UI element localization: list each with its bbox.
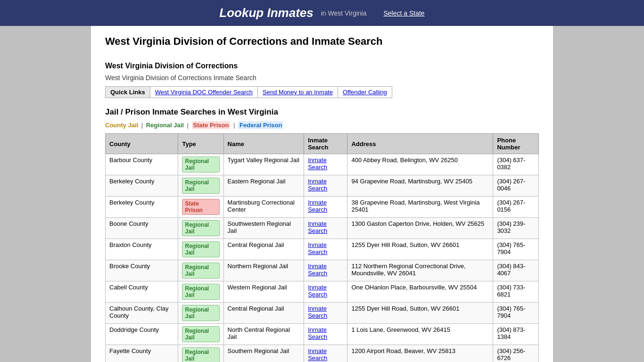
cell-type: Regional Jail [178, 218, 223, 239]
inmate-table: County Type Name Inmate Search Address P… [105, 133, 539, 362]
cell-address: 1200 Airport Road, Beaver, WV 25813 [347, 345, 493, 362]
col-name: Name [223, 134, 304, 154]
select-state-link[interactable]: Select a State [383, 9, 424, 17]
legend-state: State Prison [192, 121, 231, 129]
table-row: Berkeley County Regional Jail Eastern Re… [106, 175, 539, 197]
legend-federal: Federal Prison [238, 121, 283, 129]
doc-section-title: West Virginia Division of Corrections [105, 62, 539, 70]
cell-address: 38 Grapevine Road, Martinsburg, West Vir… [347, 197, 493, 218]
table-row: Barbour County Regional Jail Tygart Vall… [106, 154, 539, 175]
cell-phone: (304) 765-7904 [493, 303, 539, 324]
cell-phone: (304) 267-0046 [493, 175, 539, 197]
col-phone: Phone Number [493, 134, 539, 154]
cell-county: Cabell County [106, 281, 178, 303]
cell-name: Southern Regional Jail [223, 345, 304, 362]
table-row: Boone County Regional Jail Southwestern … [106, 218, 539, 239]
table-row: Cabell County Regional Jail Western Regi… [106, 281, 539, 303]
cell-address: 1 Lois Lane, Greenwood, WV 26415 [347, 324, 493, 345]
cell-inmate-search[interactable]: Inmate Search [304, 175, 347, 197]
cell-phone: (304) 873-1384 [493, 324, 539, 345]
cell-phone: (304) 637-0382 [493, 154, 539, 175]
cell-address: 112 Northern Regional Correctional Drive… [347, 260, 493, 281]
quick-links-bar: Quick Links West Virginia DOC Offender S… [105, 86, 392, 98]
table-row: Calhoun County, Clay County Regional Jai… [106, 303, 539, 324]
main-content: West Virginia Division of Corrections an… [91, 26, 553, 362]
cell-name: Central Regional Jail [223, 303, 304, 324]
quick-link-offender-calling[interactable]: Offender Calling [338, 87, 392, 98]
col-county: County [106, 134, 178, 154]
quick-link-offender-search[interactable]: West Virginia DOC Offender Search [150, 87, 258, 98]
cell-address: 1300 Gaston Caperton Drive, Holden, WV 2… [347, 218, 493, 239]
cell-type: State Prison [178, 197, 223, 218]
legend-county: County Jail [105, 122, 138, 129]
cell-inmate-search[interactable]: Inmate Search [304, 260, 347, 281]
table-row: Brooke County Regional Jail Northern Reg… [106, 260, 539, 281]
cell-name: Western Regional Jail [223, 281, 304, 303]
cell-phone: (304) 256-6726 [493, 345, 539, 362]
cell-phone: (304) 765-7904 [493, 239, 539, 260]
table-row: Fayette County Regional Jail Southern Re… [106, 345, 539, 362]
cell-type: Regional Jail [178, 260, 223, 281]
col-type: Type [178, 134, 223, 154]
cell-name: North Central Regional Jail [223, 324, 304, 345]
site-title: Lookup Inmates [219, 6, 313, 20]
cell-inmate-search[interactable]: Inmate Search [304, 218, 347, 239]
table-row: Braxton County Regional Jail Central Reg… [106, 239, 539, 260]
cell-name: Northern Regional Jail [223, 260, 304, 281]
cell-county: Fayette County [106, 345, 178, 362]
quick-links-label: Quick Links [106, 87, 150, 98]
cell-type: Regional Jail [178, 154, 223, 175]
legend-regional: Regional Jail [146, 122, 184, 129]
table-row: Doddridge County Regional Jail North Cen… [106, 324, 539, 345]
cell-name: Southwestern Regional Jail [223, 218, 304, 239]
cell-address: 1255 Dyer Hill Road, Sutton, WV 26601 [347, 239, 493, 260]
cell-inmate-search[interactable]: Inmate Search [304, 239, 347, 260]
cell-address: One OHanlon Place, Barboursville, WV 255… [347, 281, 493, 303]
cell-type: Regional Jail [178, 303, 223, 324]
cell-type: Regional Jail [178, 345, 223, 362]
cell-inmate-search[interactable]: Inmate Search [304, 303, 347, 324]
cell-county: Berkeley County [106, 197, 178, 218]
cell-inmate-search[interactable]: Inmate Search [304, 345, 347, 362]
col-inmate-search: Inmate Search [304, 134, 347, 154]
quick-link-send-money[interactable]: Send Money to an Inmate [258, 87, 338, 98]
cell-address: 94 Grapevine Road, Martinsburg, WV 25405 [347, 175, 493, 197]
cell-inmate-search[interactable]: Inmate Search [304, 154, 347, 175]
cell-county: Doddridge County [106, 324, 178, 345]
cell-address: 1255 Dyer Hill Road, Sutton, WV 26601 [347, 303, 493, 324]
cell-phone: (304) 267-0156 [493, 197, 539, 218]
site-header: Lookup Inmates in West Virginia Select a… [0, 0, 644, 26]
jail-section-title: Jail / Prison Inmate Searches in West Vi… [105, 107, 539, 117]
cell-phone: (304) 733-6821 [493, 281, 539, 303]
cell-county: Barbour County [106, 154, 178, 175]
table-row: Berkeley County State Prison Martinsburg… [106, 197, 539, 218]
cell-inmate-search[interactable]: Inmate Search [304, 324, 347, 345]
col-address: Address [347, 134, 493, 154]
cell-county: Berkeley County [106, 175, 178, 197]
header-state-label: in West Virginia [321, 9, 367, 17]
cell-name: Tygart Valley Regional Jail [223, 154, 304, 175]
legend: County Jail | Regional Jail | State Pris… [105, 122, 539, 129]
cell-inmate-search[interactable]: Inmate Search [304, 197, 347, 218]
cell-type: Regional Jail [178, 175, 223, 197]
cell-type: Regional Jail [178, 324, 223, 345]
cell-county: Calhoun County, Clay County [106, 303, 178, 324]
cell-address: 400 Abbey Road, Belington, WV 26250 [347, 154, 493, 175]
doc-description: West Virginia Division of Corrections In… [105, 74, 539, 82]
cell-name: Central Regional Jail [223, 239, 304, 260]
page-title: West Virginia Division of Corrections an… [105, 35, 539, 48]
cell-phone: (304) 843-4067 [493, 260, 539, 281]
cell-name: Martinsburg Correctional Center [223, 197, 304, 218]
cell-type: Regional Jail [178, 281, 223, 303]
cell-name: Eastern Regional Jail [223, 175, 304, 197]
cell-type: Regional Jail [178, 239, 223, 260]
cell-county: Brooke County [106, 260, 178, 281]
cell-phone: (304) 239-3032 [493, 218, 539, 239]
cell-inmate-search[interactable]: Inmate Search [304, 281, 347, 303]
cell-county: Boone County [106, 218, 178, 239]
cell-county: Braxton County [106, 239, 178, 260]
